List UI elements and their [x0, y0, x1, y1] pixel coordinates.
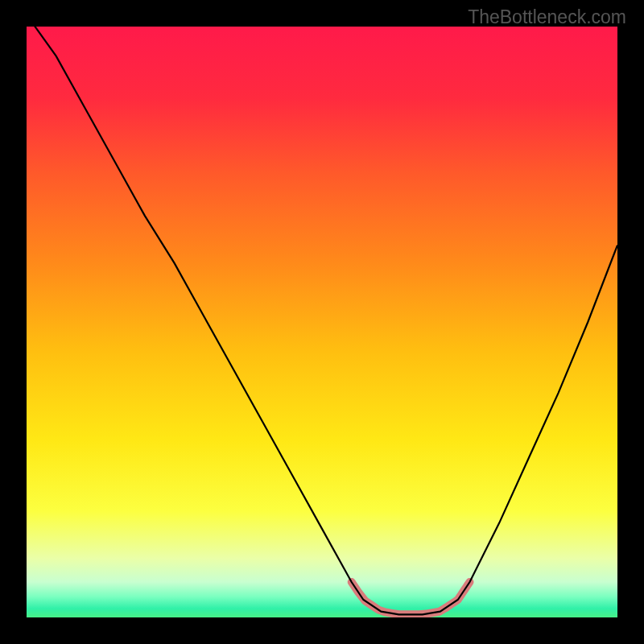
watermark-text: TheBottleneck.com [468, 6, 626, 28]
chart-svg [27, 27, 617, 617]
highlight-segment [352, 582, 446, 614]
plot-area [27, 27, 617, 617]
bottleneck-curve [27, 27, 617, 614]
